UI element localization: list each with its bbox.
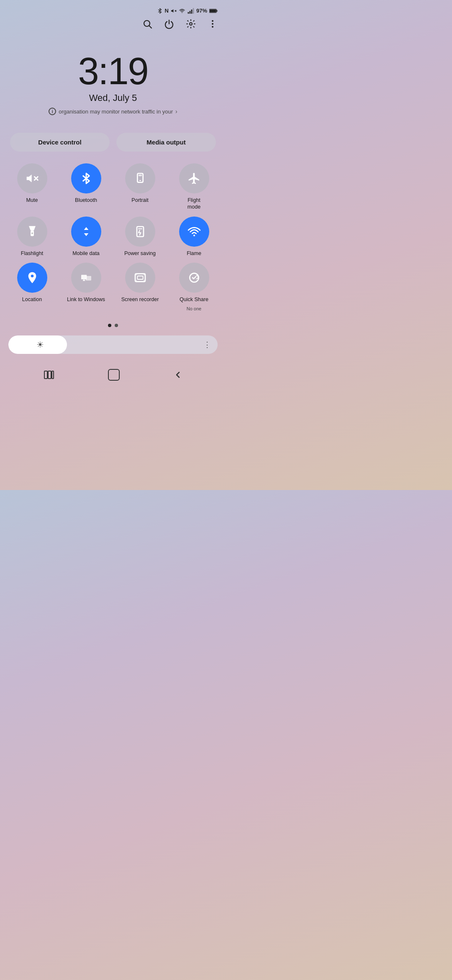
device-control-tab[interactable]: Device control: [10, 133, 110, 152]
svg-rect-8: [210, 9, 216, 12]
tile-portrait-label: Portrait: [131, 197, 148, 204]
tile-flight-label: Flight mode: [187, 197, 200, 211]
search-icon[interactable]: [142, 19, 152, 31]
brightness-sun-icon: ☀: [36, 340, 44, 350]
svg-point-25: [193, 235, 195, 236]
tile-link-windows[interactable]: Link to Windows: [61, 263, 111, 311]
header-actions: [0, 17, 226, 36]
svg-rect-9: [216, 10, 217, 11]
bluetooth-status-icon: [157, 8, 163, 14]
nav-recents-icon[interactable]: [44, 370, 54, 379]
svg-point-34: [144, 274, 145, 276]
svg-rect-6: [193, 8, 194, 13]
nav-bar: [0, 362, 226, 391]
tile-location[interactable]: Location: [7, 263, 57, 311]
svg-line-11: [149, 26, 152, 28]
svg-point-13: [212, 20, 213, 22]
tile-mobile-data-circle: [71, 217, 101, 247]
media-output-tab[interactable]: Media output: [116, 133, 216, 152]
svg-rect-19: [139, 175, 142, 176]
nav-back-icon[interactable]: [173, 370, 182, 379]
svg-rect-20: [139, 180, 141, 181]
tile-quick-share-sublabel: No one: [187, 306, 201, 311]
tile-flashlight-label: Flashlight: [21, 250, 44, 257]
signal-icon: [187, 8, 194, 14]
svg-point-35: [136, 280, 137, 281]
tile-bluetooth-circle: [71, 163, 101, 193]
quick-tiles-grid: Mute Bluetooth Portrait Flight mode: [0, 158, 226, 316]
tile-screen-recorder-circle: [125, 263, 155, 293]
svg-point-14: [212, 23, 213, 25]
tile-portrait-circle: [125, 163, 155, 193]
tile-quick-share-circle: [179, 263, 209, 293]
notice-text: organisation may monitor network traffic…: [59, 108, 173, 115]
tile-mute-circle: [17, 163, 47, 193]
tile-flight-circle: [179, 163, 209, 193]
clock-time: 3:19: [8, 52, 218, 90]
brightness-fill: ☀: [8, 335, 67, 354]
tile-flame-label: Flame: [187, 250, 201, 257]
tile-portrait[interactable]: Portrait: [115, 163, 165, 211]
brightness-track[interactable]: ☀ ⋮: [8, 335, 218, 354]
svg-point-15: [212, 26, 213, 28]
settings-icon[interactable]: [186, 19, 196, 31]
tile-flashlight[interactable]: Flashlight: [7, 217, 57, 257]
status-bar: N 97%: [0, 0, 226, 17]
svg-point-36: [144, 280, 145, 281]
tile-mobile-data-label: Mobile data: [72, 250, 100, 257]
tile-quick-share[interactable]: Quick Share No one: [169, 263, 219, 311]
wifi-status-icon: [179, 8, 185, 14]
tile-screen-recorder-label: Screen recorder: [121, 296, 159, 303]
svg-point-26: [31, 274, 33, 277]
svg-rect-40: [52, 371, 54, 379]
tile-link-windows-circle: [71, 263, 101, 293]
tile-mute-label: Mute: [26, 197, 38, 204]
tile-link-windows-label: Link to Windows: [67, 296, 105, 303]
tile-flame-circle: [179, 217, 209, 247]
pagination-dots: [0, 316, 226, 331]
tile-bluetooth-label: Bluetooth: [75, 197, 97, 204]
svg-point-33: [136, 274, 137, 276]
clock-date: Wed, July 5: [8, 93, 218, 103]
battery-icon: [209, 8, 218, 14]
nav-home-icon[interactable]: [108, 369, 120, 381]
tile-location-label: Location: [22, 296, 42, 303]
tile-flashlight-circle: [17, 217, 47, 247]
tab-row: Device control Media output: [0, 119, 226, 158]
network-notice[interactable]: i organisation may monitor network traff…: [8, 108, 218, 115]
tile-quick-share-label: Quick Share: [180, 296, 208, 303]
svg-rect-4: [190, 11, 191, 14]
pagination-dot-2[interactable]: [115, 324, 118, 327]
chevron-right-icon: ›: [175, 108, 177, 115]
tile-mute[interactable]: Mute: [7, 163, 57, 211]
svg-rect-5: [191, 9, 193, 13]
tile-screen-recorder[interactable]: Screen recorder: [115, 263, 165, 311]
svg-rect-39: [48, 371, 51, 379]
status-icons: N 97%: [157, 8, 218, 14]
tile-mobile-data[interactable]: Mobile data: [61, 217, 111, 257]
power-icon[interactable]: [164, 19, 174, 31]
tile-power-saving[interactable]: Power saving: [115, 217, 165, 257]
tile-flight[interactable]: Flight mode: [169, 163, 219, 211]
nfc-icon: N: [165, 8, 169, 14]
svg-point-12: [190, 23, 192, 25]
more-icon[interactable]: [208, 19, 218, 31]
svg-rect-3: [188, 12, 189, 13]
svg-rect-23: [137, 227, 144, 237]
svg-rect-38: [44, 371, 47, 379]
battery-percentage: 97%: [196, 8, 207, 14]
svg-rect-28: [85, 276, 91, 281]
svg-rect-32: [137, 276, 143, 279]
tile-flame[interactable]: Flame: [169, 217, 219, 257]
tile-power-saving-label: Power saving: [124, 250, 156, 257]
pagination-dot-1[interactable]: [108, 324, 111, 327]
svg-point-2: [182, 12, 182, 13]
info-icon: i: [49, 108, 56, 115]
tile-power-saving-circle: [125, 217, 155, 247]
brightness-more-icon[interactable]: ⋮: [203, 340, 212, 349]
svg-point-22: [31, 232, 33, 234]
clock-section: 3:19 Wed, July 5 i organisation may moni…: [0, 36, 226, 119]
tile-bluetooth[interactable]: Bluetooth: [61, 163, 111, 211]
brightness-row[interactable]: ☀ ⋮: [0, 331, 226, 360]
tile-location-circle: [17, 263, 47, 293]
